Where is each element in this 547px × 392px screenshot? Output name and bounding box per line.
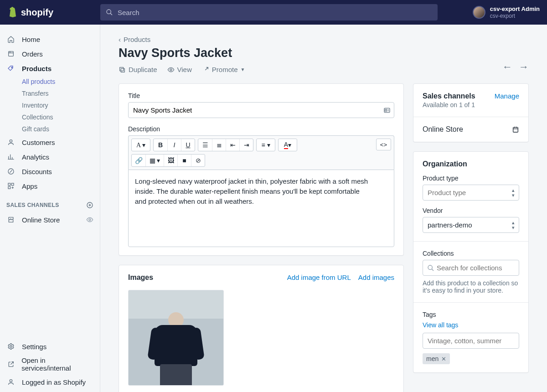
nav-inventory[interactable]: Inventory xyxy=(22,99,100,111)
rte-italic-button[interactable]: I xyxy=(167,139,181,151)
next-product-button[interactable]: → xyxy=(519,61,529,73)
svg-point-15 xyxy=(170,69,172,71)
rte-clear-button[interactable]: ⊘ xyxy=(191,155,205,166)
sidebar: Home Orders Products All products Transf… xyxy=(0,25,100,392)
home-icon xyxy=(6,35,15,44)
rte-align-button[interactable]: ≡ ▾ xyxy=(257,139,275,151)
rte-font-button[interactable]: A ▾ xyxy=(132,139,150,151)
id-card-icon[interactable] xyxy=(383,107,391,114)
nav-online-store[interactable]: Online Store xyxy=(0,212,100,227)
view-all-tags-button[interactable]: View all tags xyxy=(423,321,458,329)
rte-color-button[interactable]: A ▾ xyxy=(279,139,297,151)
promote-button[interactable]: Promote ▼ xyxy=(202,66,245,73)
eye-icon[interactable] xyxy=(86,216,93,223)
svg-point-12 xyxy=(10,380,12,382)
images-card: Images Add image from URL Add images xyxy=(119,265,404,392)
svg-point-4 xyxy=(10,140,12,142)
svg-point-10 xyxy=(89,219,91,221)
add-images-button[interactable]: Add images xyxy=(358,273,394,281)
nav-gift-cards[interactable]: Gift cards xyxy=(22,123,100,135)
view-button[interactable]: View xyxy=(167,66,192,73)
nav-collections[interactable]: Collections xyxy=(22,111,100,123)
rte-bold-button[interactable]: B xyxy=(154,139,167,151)
rte-image-button[interactable]: 🖼 xyxy=(164,155,177,166)
svg-line-1 xyxy=(110,13,112,15)
collections-label: Collections xyxy=(423,250,519,257)
description-editor[interactable]: Long-sleeved navy waterproof jacket in t… xyxy=(128,170,394,247)
nav-customers[interactable]: Customers xyxy=(0,135,100,150)
discounts-icon xyxy=(6,167,15,176)
nav-settings[interactable]: Settings xyxy=(0,339,100,354)
rte-bullets-button[interactable]: ☰ xyxy=(198,139,212,151)
nav-all-products[interactable]: All products xyxy=(22,76,100,88)
remove-tag-button[interactable]: ✕ xyxy=(441,356,446,362)
add-image-url-button[interactable]: Add image from URL xyxy=(287,273,351,281)
rte-video-button[interactable]: ■ xyxy=(177,155,191,166)
duplicate-icon xyxy=(119,66,126,73)
title-card: Title Description A ▾ B I U xyxy=(119,83,404,256)
store-icon xyxy=(6,215,15,224)
duplicate-button[interactable]: Duplicate xyxy=(119,66,157,73)
svg-rect-17 xyxy=(385,109,387,111)
channel-name: Online Store xyxy=(423,125,463,134)
nav-home[interactable]: Home xyxy=(0,32,100,46)
promote-icon xyxy=(202,66,209,73)
page-actions: Duplicate View Promote ▼ xyxy=(119,66,529,73)
add-channel-icon[interactable] xyxy=(86,201,93,209)
topbar: shopify csv-export Admin csv-export xyxy=(0,0,547,25)
rte-toolbar: A ▾ B I U ☰ ≣ ⇤ ⇥ xyxy=(128,135,394,170)
search-input[interactable] xyxy=(118,9,432,16)
product-image-thumb[interactable] xyxy=(128,290,224,386)
product-type-select[interactable] xyxy=(423,185,519,201)
rte-table-button[interactable]: ▦ ▾ xyxy=(145,155,164,166)
nav-products-sub: All products Transfers Inventory Collect… xyxy=(0,76,100,135)
user-menu[interactable]: csv-export Admin csv-export xyxy=(454,5,540,19)
customers-icon xyxy=(6,138,15,147)
svg-rect-13 xyxy=(121,68,124,72)
brand-logo[interactable]: shopify xyxy=(7,7,100,18)
svg-rect-14 xyxy=(120,67,124,71)
product-type-label: Product type xyxy=(423,175,519,182)
nav-logged-in-as[interactable]: Logged in as Shopify xyxy=(0,375,100,389)
nav-orders[interactable]: Orders xyxy=(0,46,100,61)
global-search[interactable] xyxy=(100,4,438,21)
organization-card: Organization Product type ▴▾ Vendor ▴▾ xyxy=(413,151,529,373)
rte-numbers-button[interactable]: ≣ xyxy=(212,139,226,151)
breadcrumb[interactable]: ‹ Products xyxy=(119,36,529,43)
vendor-select[interactable] xyxy=(423,217,519,233)
manage-channels-button[interactable]: Manage xyxy=(495,92,519,100)
chevron-updown-icon: ▴▾ xyxy=(512,220,515,230)
nav-products[interactable]: Products xyxy=(0,61,100,76)
rte-indent-button[interactable]: ⇥ xyxy=(239,139,253,151)
prev-product-button[interactable]: ← xyxy=(502,61,512,73)
tags-input[interactable] xyxy=(423,333,519,349)
chevron-down-icon: ▼ xyxy=(241,67,245,72)
sales-channels-subtitle: Available on 1 of 1 xyxy=(423,101,475,108)
rte-link-button[interactable]: 🔗 xyxy=(132,155,145,166)
pager-arrows: ← → xyxy=(502,61,529,73)
calendar-icon[interactable] xyxy=(512,126,519,133)
svg-line-20 xyxy=(432,269,433,271)
title-input[interactable] xyxy=(128,102,394,118)
svg-rect-18 xyxy=(513,127,518,132)
sales-channels-card: Sales channels Available on 1 of 1 Manag… xyxy=(413,83,529,142)
tags-label: Tags xyxy=(423,311,519,318)
svg-point-3 xyxy=(11,67,12,68)
tag-chip: men ✕ xyxy=(423,353,450,364)
collections-search-input[interactable] xyxy=(423,260,519,276)
sales-channels-header: SALES CHANNELS xyxy=(0,193,100,212)
nav-open-internal[interactable]: Open in services/internal xyxy=(0,354,100,375)
apps-icon xyxy=(6,181,15,191)
nav-discounts[interactable]: Discounts xyxy=(0,164,100,179)
vendor-label: Vendor xyxy=(423,207,519,214)
nav-analytics[interactable]: Analytics xyxy=(0,150,100,164)
user-name: csv-export Admin xyxy=(490,5,540,13)
nav-transfers[interactable]: Transfers xyxy=(22,88,100,99)
nav-apps[interactable]: Apps xyxy=(0,179,100,193)
search-icon xyxy=(106,9,113,16)
rte-html-button[interactable]: <> xyxy=(376,139,391,150)
rte-underline-button[interactable]: U xyxy=(181,139,195,151)
title-label: Title xyxy=(128,92,394,99)
svg-point-19 xyxy=(428,265,432,269)
rte-outdent-button[interactable]: ⇤ xyxy=(226,139,239,151)
